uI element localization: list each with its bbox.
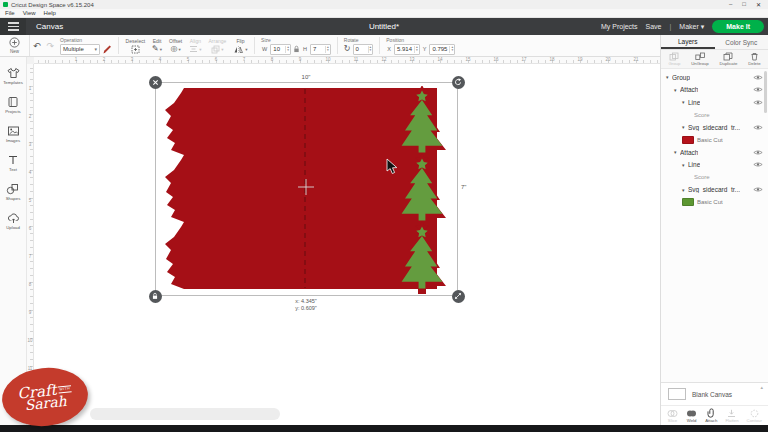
- my-projects-link[interactable]: My Projects: [601, 23, 638, 30]
- ruler-number: 21: [622, 57, 650, 63]
- stepper-icon[interactable]: ▴▾: [414, 46, 419, 53]
- hamburger-menu-icon[interactable]: [0, 18, 26, 35]
- upload-cloud-icon: [7, 212, 20, 224]
- machine-select[interactable]: Maker ▾: [679, 23, 704, 31]
- layer-row-line[interactable]: ▾ Line: [661, 96, 768, 109]
- deselect-button[interactable]: Deselect: [122, 35, 148, 56]
- sidecard-design-object[interactable]: [158, 86, 458, 298]
- menu-view[interactable]: View: [23, 10, 36, 16]
- design-sidebar: Templates Projects Images Text Shapes Up…: [0, 57, 27, 425]
- resize-handle[interactable]: [452, 290, 465, 303]
- edit-menu-button[interactable]: Edit ✎▾: [149, 35, 166, 56]
- menu-help[interactable]: Help: [44, 10, 56, 16]
- offset-menu-button[interactable]: Offset ◎▾: [166, 35, 186, 56]
- layer-row-attach[interactable]: ▾ Attach: [661, 84, 768, 97]
- weld-icon: [686, 409, 697, 418]
- layer-row-line[interactable]: ▾ Line: [661, 159, 768, 172]
- slice-button: Slice: [667, 409, 678, 423]
- rotate-handle[interactable]: [452, 76, 465, 89]
- eye-visible-icon[interactable]: [753, 124, 763, 131]
- red-color-swatch[interactable]: [682, 136, 694, 144]
- ruler-number: 7: [27, 254, 33, 282]
- menu-file[interactable]: File: [5, 10, 15, 16]
- sidebar-item-upload[interactable]: Upload: [6, 212, 20, 230]
- lock-icon: [151, 292, 159, 300]
- operation-select[interactable]: Multiple▾: [60, 44, 100, 55]
- layer-row-group[interactable]: ▾ Group: [661, 71, 768, 84]
- lock-ratio-icon[interactable]: [293, 45, 300, 53]
- layer-row-score[interactable]: Score: [661, 171, 768, 184]
- save-link[interactable]: Save: [646, 23, 662, 30]
- sidebar-item-projects[interactable]: Projects: [5, 96, 21, 114]
- width-input[interactable]: 10▴▾: [270, 44, 291, 55]
- tab-layers[interactable]: Layers: [661, 35, 715, 49]
- ungroup-button[interactable]: UnGroup: [691, 52, 708, 66]
- redo-button[interactable]: ↷: [47, 41, 55, 51]
- ruler-number: 16: [482, 57, 510, 63]
- layer-row-basic-cut-green[interactable]: Basic Cut: [661, 196, 768, 209]
- minimize-button[interactable]: –: [729, 1, 732, 8]
- collapse-chevron-icon[interactable]: ▴: [760, 384, 763, 390]
- duplicate-icon: [723, 52, 733, 61]
- layer-row-basic-cut-red[interactable]: Basic Cut: [661, 134, 768, 147]
- eye-visible-icon[interactable]: [753, 186, 763, 193]
- ruler-number: 2: [27, 114, 33, 142]
- eye-visible-icon[interactable]: [753, 161, 763, 168]
- ruler-number: 1: [27, 86, 33, 114]
- layer-row-svg-sidecard[interactable]: ▾ Svg_sidecard_tr...: [661, 121, 768, 134]
- layer-row-attach[interactable]: ▾ Attach: [661, 146, 768, 159]
- delete-button[interactable]: Delete: [748, 52, 760, 66]
- height-input[interactable]: 7▴▾: [310, 44, 331, 55]
- layer-row-svg-sidecard[interactable]: ▾ Svg_sidecard_tr...: [661, 184, 768, 197]
- layer-row-score[interactable]: Score: [661, 109, 768, 122]
- duplicate-button[interactable]: Duplicate: [719, 52, 737, 66]
- sidebar-item-templates[interactable]: Templates: [3, 67, 23, 85]
- sidebar-item-images[interactable]: Images: [6, 125, 20, 143]
- selection-height-label: 7": [461, 184, 466, 190]
- undo-button[interactable]: ↶: [33, 41, 41, 51]
- paperclip-icon: [707, 408, 716, 418]
- rotate-label: Rotate: [344, 37, 373, 43]
- weld-button[interactable]: Weld: [686, 409, 697, 423]
- sidebar-item-text[interactable]: Text: [7, 154, 19, 172]
- delete-handle[interactable]: [149, 76, 162, 89]
- new-button[interactable]: New: [0, 35, 30, 56]
- canvas-zoom-bar[interactable]: [90, 408, 280, 420]
- blank-canvas-swatch[interactable]: [668, 388, 686, 400]
- chevron-down-icon: ▾: [701, 23, 705, 30]
- ruler-number: 13: [398, 57, 426, 63]
- ruler-number: 14: [426, 57, 454, 63]
- pos-y-label: Y: [423, 46, 427, 52]
- eye-visible-icon[interactable]: [753, 99, 763, 106]
- maximize-button[interactable]: □: [742, 1, 746, 8]
- align-icon: [189, 45, 198, 53]
- close-icon: [152, 79, 159, 86]
- rotate-icon: ↻: [344, 45, 351, 53]
- stepper-icon[interactable]: ▴▾: [325, 46, 330, 53]
- pos-y-input[interactable]: 0.795▴▾: [429, 44, 455, 55]
- position-group: Position X 5.914▴▾ Y 0.795▴▾: [383, 35, 458, 56]
- green-color-swatch[interactable]: [682, 198, 694, 206]
- eye-visible-icon[interactable]: [753, 149, 763, 156]
- eye-visible-icon[interactable]: [753, 86, 763, 93]
- group-icon: [669, 52, 679, 61]
- attach-button[interactable]: Attach: [705, 408, 717, 423]
- flip-menu-button[interactable]: Flip ▾: [230, 35, 251, 56]
- make-it-button[interactable]: Make It: [712, 20, 764, 33]
- stepper-icon[interactable]: ▴▾: [368, 46, 373, 53]
- pos-x-input[interactable]: 5.914▴▾: [394, 44, 420, 55]
- sidebar-item-shapes[interactable]: Shapes: [6, 183, 21, 201]
- panel-scrollbar[interactable]: [764, 71, 767, 113]
- ruler-number: 19: [566, 57, 594, 63]
- ruler-number: 4: [146, 57, 174, 63]
- eye-visible-icon[interactable]: [753, 74, 763, 81]
- edit-toolbar: New ↶ ↷ Operation Multiple▾ Deselect Edi…: [0, 35, 660, 57]
- stepper-icon[interactable]: ▴▾: [449, 46, 454, 53]
- stepper-icon[interactable]: ▴▾: [285, 46, 290, 53]
- ruler-number: 10: [27, 338, 33, 366]
- close-button[interactable]: ✕: [756, 1, 761, 8]
- pen-color-icon[interactable]: [102, 44, 112, 54]
- rotate-input[interactable]: 0▴▾: [353, 44, 374, 55]
- tab-color-sync[interactable]: Color Sync: [715, 35, 768, 49]
- lock-handle[interactable]: [149, 290, 162, 303]
